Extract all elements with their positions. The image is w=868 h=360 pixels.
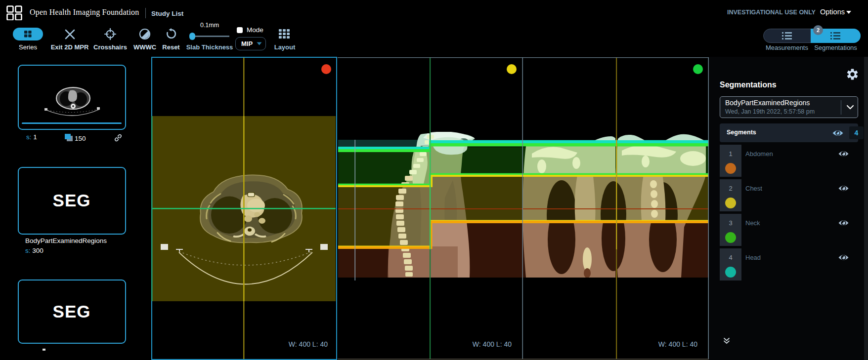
svg-text:W: 400 L: 40: W: 400 L: 40 bbox=[473, 340, 512, 348]
svg-text:W: 400 L: 40: W: 400 L: 40 bbox=[658, 340, 697, 348]
svg-text:W: 400 L: 40: W: 400 L: 40 bbox=[289, 340, 328, 348]
